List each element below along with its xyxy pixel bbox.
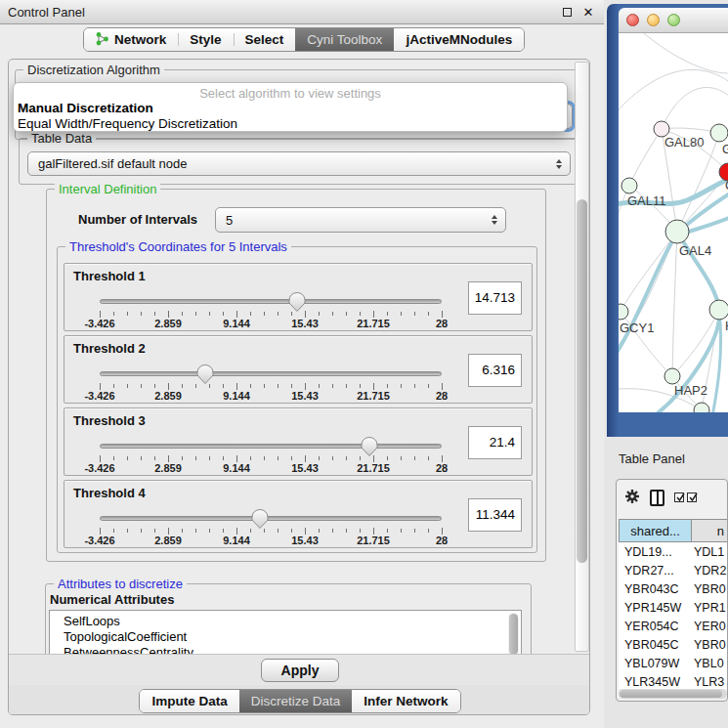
network-node-label: GCY1 [620,321,654,335]
threshold-value-input[interactable]: 6.316 [468,354,522,387]
cell-name[interactable]: YER0 [691,620,728,633]
slider-tick [182,529,183,533]
gear-icon[interactable] [624,489,640,507]
threshold-value-input[interactable]: 14.713 [468,281,522,315]
split-columns-icon[interactable] [650,490,664,506]
attr-items: SelfLoopsTopologicalCoefficientBetweenne… [64,614,521,654]
cell-shared-name[interactable]: YER054C [619,620,691,633]
network-canvas[interactable]: GAL80GCGAL11GAL4GCY1HHAP2 [619,33,728,412]
cell-name[interactable]: YDR2 [691,564,728,578]
close-panel-button[interactable]: ✕ [580,4,596,20]
table-row[interactable]: YPR145WYPR1 [619,598,728,617]
threshold-slider-track[interactable] [100,371,442,376]
tab-select[interactable]: Select [234,28,296,51]
threshold-slider-track[interactable] [100,444,442,449]
slider-tick [387,312,388,316]
tab-jactivemnodules[interactable]: jActiveMNodules [394,28,524,51]
cell-shared-name[interactable]: YLR345W [619,675,691,689]
slider-tick [100,455,101,462]
table-row[interactable]: YBL079WYBL0 [619,654,728,672]
tab-impute-data[interactable]: Impute Data [140,690,238,712]
cell-name[interactable]: YBL0 [691,657,728,670]
cell-shared-name[interactable]: YDL19... [619,545,691,559]
table-panel: Table Panel shared... n YDL19.. [604,440,728,728]
close-traffic-light-icon[interactable] [626,14,639,26]
float-window-button[interactable] [559,4,575,20]
cell-shared-name[interactable]: YBR043C [619,582,691,596]
checked-box-icon[interactable] [687,492,697,502]
network-node[interactable] [619,304,628,320]
column-header-name[interactable]: n [692,519,728,542]
table-horizontal-scrollbar[interactable] [619,689,727,699]
slider-tick [250,529,251,533]
cell-name[interactable]: YDL1 [691,545,728,559]
checked-box-icon[interactable] [674,492,684,502]
table-rows: YDL19...YDL1YDR27...YDR2YBR043CYBR0YPR14… [619,542,728,689]
popup-option-equal-width-frequency[interactable]: Equal Width/Frequency Discretization [14,116,567,132]
slider-tick-label: 28 [436,535,448,546]
slider-tick-label: 2.859 [154,462,182,474]
table-row[interactable]: YLR345WYLR3 [619,672,728,689]
tab-cyni-toolbox[interactable]: Cyni Toolbox [295,28,394,51]
cell-name[interactable]: YBR0 [691,582,728,596]
slider-tick [113,384,114,388]
apply-button[interactable]: Apply [261,659,340,682]
threshold-value-input[interactable]: 21.4 [468,426,522,459]
zoom-traffic-light-icon[interactable] [667,14,680,26]
popup-option-manual-discretization[interactable]: Manual Discretization [14,101,567,116]
table-row[interactable]: YBR043CYBR0 [619,579,728,598]
table-row[interactable]: YDR27...YDR2 [619,561,728,579]
numerical-attributes-list[interactable]: SelfLoopsTopologicalCoefficientBetweenne… [49,610,522,654]
tab-style[interactable]: Style [178,28,233,51]
combo-arrows-icon [556,159,562,169]
cell-name[interactable]: YPR1 [691,601,728,615]
algorithm-popup: Select algorithm to view settings Manual… [13,82,568,132]
slider-tick [319,529,320,533]
threshold-slider-thumb[interactable] [361,437,378,457]
cell-shared-name[interactable]: YBL079W [619,657,691,670]
cell-name[interactable]: YBR0 [691,638,728,652]
slider-tick [168,383,169,390]
minimize-traffic-light-icon[interactable] [647,14,660,26]
tab-discretize-data[interactable]: Discretize Data [239,690,353,712]
cell-shared-name[interactable]: YDR27... [619,564,691,578]
tab-infer-network[interactable]: Infer Network [352,690,459,712]
slider-tick [264,456,265,460]
cell-shared-name[interactable]: YPR145W [619,601,691,615]
table-row[interactable]: YER054CYER0 [619,617,728,635]
scrollbar-thumb[interactable] [577,199,587,563]
column-header-shared-name[interactable]: shared... [619,519,692,542]
panel-vertical-scrollbar[interactable] [575,62,589,652]
slider-tick [373,455,374,462]
threshold-slider-thumb[interactable] [288,292,306,313]
attribute-list-item[interactable]: SelfLoops [64,614,521,629]
tab-network[interactable]: Network [84,28,178,51]
attribute-list-item[interactable]: TopologicalCoefficient [64,629,521,645]
network-node[interactable] [665,220,689,243]
threshold-slider-track[interactable] [100,516,442,521]
table-row[interactable]: YBR045CYBR0 [619,635,728,654]
network-node[interactable] [709,300,728,320]
close-icon: ✕ [583,6,594,19]
cell-shared-name[interactable]: YBR045C [619,638,691,652]
threshold-slider-thumb[interactable] [196,364,214,385]
slider-tick [154,456,155,460]
cell-name[interactable]: YLR3 [691,675,728,689]
network-node[interactable] [664,368,680,384]
threshold-slider-track[interactable] [100,299,442,304]
attributes-scrollbar[interactable] [508,613,519,654]
threshold-slider-thumb[interactable] [251,509,269,530]
numerical-attributes-label: Numerical Attributes [50,592,174,607]
tab-label: Cyni Toolbox [307,32,382,47]
number-of-intervals-combobox[interactable]: 5 [215,207,506,233]
slider-tick [401,529,402,533]
attribute-list-item[interactable]: BetweennessCentrality [64,645,521,654]
network-node[interactable] [710,124,728,142]
network-view-window[interactable]: GAL80GCGAL11GAL4GCY1HHAP2 [607,4,728,437]
threshold-value-input[interactable]: 11.344 [468,498,522,532]
table-row[interactable]: YDL19...YDL1 [619,542,728,561]
network-node[interactable] [621,178,637,193]
scrollbar-thumb[interactable] [620,690,722,698]
table-data-combobox[interactable]: galFiltered.sif default node [27,151,571,176]
scrollbar-thumb[interactable] [509,614,518,654]
